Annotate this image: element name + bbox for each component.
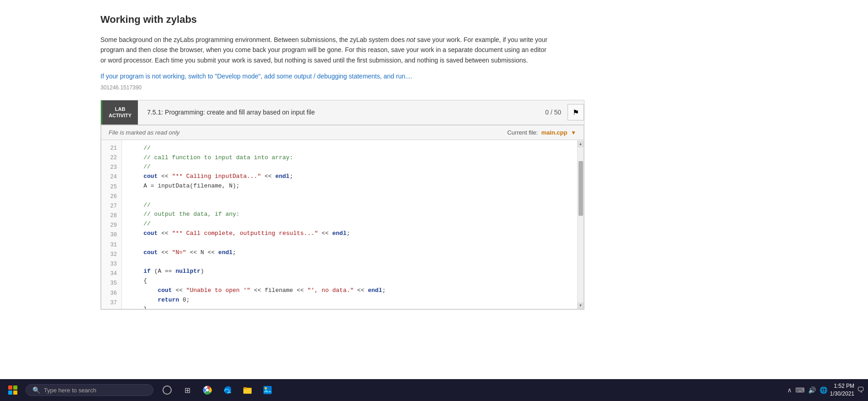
main-content: Working with zylabs Some background on t… — [0, 0, 868, 379]
taskbar-icons: ⊞ — [158, 381, 277, 399]
file-explorer-button[interactable] — [238, 381, 257, 399]
svg-rect-5 — [243, 387, 247, 389]
line-number: 36 — [101, 289, 121, 298]
code-line: // — [129, 162, 570, 172]
volume-icon[interactable]: 🔊 — [808, 386, 816, 394]
photos-button[interactable] — [258, 381, 277, 399]
clock[interactable]: 1:52 PM 1/30/2021 — [830, 382, 854, 398]
page-title: Working with zylabs — [100, 14, 850, 26]
clock-date: 1/30/2021 — [830, 390, 854, 398]
lab-label-line1: LAB — [109, 106, 132, 112]
line-number: 22 — [101, 153, 121, 163]
line-number: 33 — [101, 260, 121, 269]
line-number: 25 — [101, 182, 121, 192]
scrollbar-thumb[interactable] — [579, 161, 583, 216]
code-line: // — [129, 144, 570, 153]
lab-activity-label: LAB ACTIVITY — [101, 100, 138, 125]
line-number: 29 — [101, 221, 121, 230]
file-dropdown-arrow[interactable]: ▼ — [571, 130, 576, 136]
code-line: // — [129, 219, 570, 229]
line-number: 27 — [101, 202, 121, 211]
windows-logo-icon — [8, 385, 17, 395]
file-explorer-icon — [242, 385, 253, 395]
flag-icon: ⚑ — [573, 108, 579, 117]
description-note: If your program is not working, switch t… — [100, 73, 548, 80]
code-line: { — [129, 276, 570, 286]
line-number: 34 — [101, 269, 121, 279]
lab-activity-container: LAB ACTIVITY 7.5.1: Programming: create … — [100, 100, 584, 310]
line-number: 30 — [101, 230, 121, 240]
code-line — [129, 239, 570, 248]
taskbar-search[interactable]: 🔍 Type here to search — [26, 384, 153, 396]
lab-activity-title: 7.5.1: Programming: create and fill arra… — [138, 103, 539, 121]
current-file-name: main.cpp — [541, 129, 567, 136]
code-line: cout << "Unable to open '" << filename <… — [129, 286, 570, 296]
desc-text-before-italic: Some background on the zyLabs programmin… — [100, 36, 406, 43]
cortana-button[interactable] — [158, 381, 176, 399]
cortana-icon — [163, 385, 172, 395]
code-editor: File is marked as read only Current file… — [101, 125, 584, 309]
code-line: cout << "** Calling inputData..." << end… — [129, 172, 570, 182]
taskbar: 🔍 Type here to search ⊞ — [0, 379, 868, 401]
taskbar-right: ∧ ⌨ 🔊 🌐 1:52 PM 1/30/2021 🗨 — [787, 382, 864, 398]
line-number: 38 — [101, 308, 121, 309]
description-paragraph-1: Some background on the zyLabs programmin… — [100, 35, 548, 65]
lab-id: 301246.1517390 — [100, 84, 850, 91]
svg-point-2 — [206, 389, 209, 391]
code-lines[interactable]: // // call function to input data into a… — [122, 140, 577, 309]
code-line — [129, 257, 570, 267]
tray-arrow-icon[interactable]: ∧ — [787, 386, 792, 394]
code-line — [129, 191, 570, 201]
code-line: // output the data, if any: — [129, 210, 570, 219]
line-number: 35 — [101, 279, 121, 288]
lab-activity-header: LAB ACTIVITY 7.5.1: Programming: create … — [101, 100, 584, 125]
svg-rect-6 — [263, 386, 272, 394]
code-line: cout << "N=" << N << endl; — [129, 248, 570, 258]
edge-button[interactable] — [218, 381, 237, 399]
code-area: 2122232425262728293031323334353637383940… — [101, 140, 584, 309]
line-number: 32 — [101, 250, 121, 260]
flag-button[interactable]: ⚑ — [568, 104, 584, 120]
lab-label-line2: ACTIVITY — [109, 112, 132, 119]
line-number: 37 — [101, 298, 121, 308]
read-only-notice: File is marked as read only — [109, 129, 179, 136]
task-view-icon: ⊞ — [184, 386, 190, 395]
chrome-button[interactable] — [198, 381, 216, 399]
code-line: // call function to input data into arra… — [129, 153, 570, 163]
line-numbers: 2122232425262728293031323334353637383940… — [101, 140, 122, 309]
code-line: return 0; — [129, 296, 570, 305]
line-number: 26 — [101, 192, 121, 202]
current-file-label: Current file: main.cpp ▼ — [507, 129, 576, 136]
code-line: cout << "** Call complete, outputting re… — [129, 229, 570, 239]
svg-rect-4 — [243, 389, 252, 394]
line-number: 31 — [101, 240, 121, 250]
line-number: 24 — [101, 172, 121, 182]
scrollbar-down-arrow[interactable]: ▼ — [578, 302, 584, 309]
scrollbar[interactable]: ▲ ▼ — [577, 140, 584, 309]
keyboard-icon[interactable]: ⌨ — [795, 386, 805, 394]
task-view-button[interactable]: ⊞ — [178, 381, 196, 399]
line-number: 21 — [101, 144, 121, 153]
code-editor-toolbar: File is marked as read only Current file… — [101, 125, 584, 140]
network-icon[interactable]: 🌐 — [820, 386, 827, 394]
search-icon: 🔍 — [32, 386, 40, 394]
start-button[interactable] — [4, 381, 22, 399]
lab-activity-score: 0 / 50 — [539, 103, 568, 121]
chrome-icon — [202, 385, 212, 395]
code-line: if (A == nullptr) — [129, 267, 570, 276]
search-placeholder: Type here to search — [44, 387, 96, 394]
clock-time: 1:52 PM — [830, 382, 854, 390]
code-line: } — [129, 305, 570, 308]
line-number: 23 — [101, 163, 121, 172]
line-number: 28 — [101, 211, 121, 221]
notification-icon[interactable]: 🗨 — [857, 386, 864, 394]
code-line: // — [129, 201, 570, 210]
photos-icon — [263, 385, 273, 395]
edge-icon — [222, 385, 232, 395]
code-line: A = inputData(filename, N); — [129, 182, 570, 191]
desc-italic: not — [406, 36, 415, 43]
system-tray: ∧ ⌨ 🔊 🌐 — [787, 386, 827, 394]
scrollbar-up-arrow[interactable]: ▲ — [578, 141, 584, 147]
svg-point-7 — [265, 387, 267, 390]
